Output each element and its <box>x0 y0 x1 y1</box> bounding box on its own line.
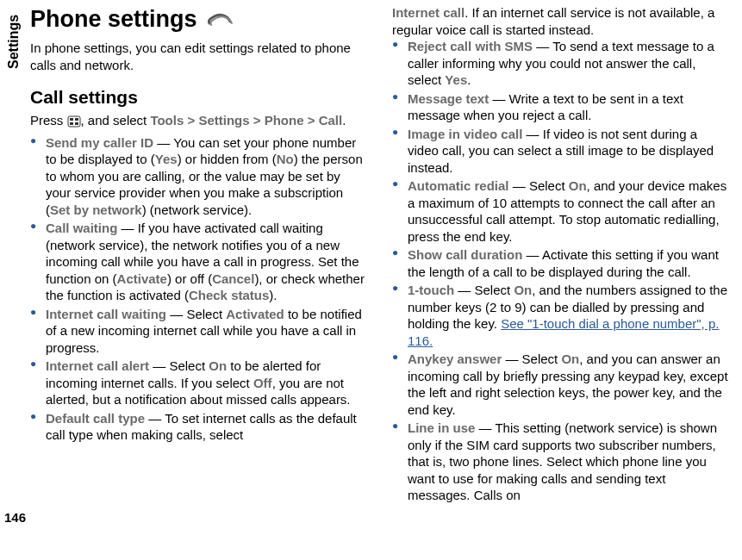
list-item: Send my caller ID — You can set your pho… <box>30 134 368 219</box>
page-title: Phone settings <box>30 4 368 34</box>
continuation-text: Internet call. If an internet call servi… <box>392 4 730 38</box>
list-item: Internet call waiting — Select Activated… <box>30 306 368 357</box>
left-column: Phone settings In phone settings, you ca… <box>30 4 375 560</box>
list-item: Internet call alert — Select On to be al… <box>30 358 368 408</box>
list-item: Show call duration — Activate this setti… <box>392 246 730 280</box>
page-number: 146 <box>4 509 26 526</box>
svg-rect-0 <box>68 116 80 127</box>
list-item: Automatic redial — Select On, and your d… <box>392 177 730 245</box>
svg-rect-2 <box>75 118 78 121</box>
press-instruction: Press , and select Tools > Settings > Ph… <box>30 112 368 129</box>
list-item: Image in video call — If video is not se… <box>392 126 730 177</box>
list-item: 1-touch — Select On, and the numbers ass… <box>392 282 730 349</box>
svg-rect-1 <box>70 118 73 121</box>
section-label: Settings <box>5 15 23 69</box>
list-item: Call waiting — If you have activated cal… <box>30 220 368 304</box>
list-item: Message text — Write a text to be sent i… <box>392 90 730 124</box>
right-column: Internet call. If an internet call servi… <box>392 4 737 560</box>
list-item: Line in use — This setting (network serv… <box>392 420 730 504</box>
menu-key-icon <box>67 115 81 127</box>
svg-rect-3 <box>70 122 73 125</box>
intro-text: In phone settings, you can edit settings… <box>30 40 368 73</box>
list-item: Default call type — To set internet call… <box>30 410 368 444</box>
right-bullet-list: Reject call with SMS — To send a text me… <box>392 38 730 504</box>
subsection-title: Call settings <box>30 85 368 109</box>
left-sidebar: Settings 146 <box>0 0 30 560</box>
left-bullet-list: Send my caller ID — You can set your pho… <box>30 134 368 444</box>
phone-icon <box>206 9 234 30</box>
list-item: Anykey answer — Select On, and you can a… <box>392 351 730 418</box>
list-item: Reject call with SMS — To send a text me… <box>392 38 730 89</box>
svg-rect-4 <box>75 122 78 125</box>
